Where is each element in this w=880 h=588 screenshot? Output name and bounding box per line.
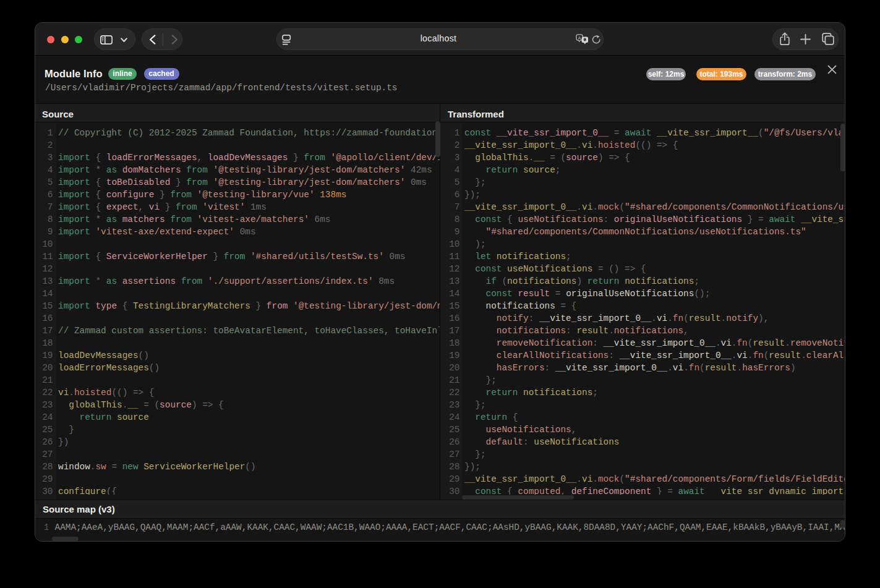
svg-text:A: A [578,35,581,41]
